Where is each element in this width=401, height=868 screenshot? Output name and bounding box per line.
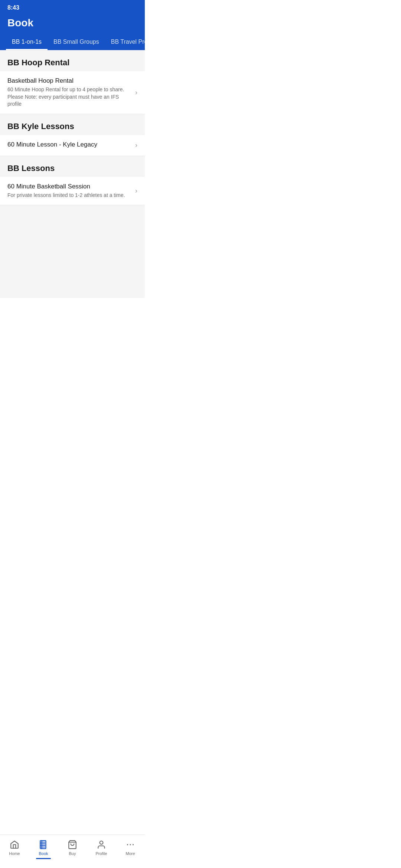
page-title: Book <box>7 17 137 29</box>
list-item-basketball-hoop-rental[interactable]: Basketball Hoop Rental 60 Minute Hoop Re… <box>0 71 145 114</box>
item-title-hoop-rental: Basketball Hoop Rental <box>7 77 132 85</box>
item-subtitle-hoop-rental: 60 Minute Hoop Rental for up to 4 people… <box>7 86 132 108</box>
item-subtitle-basketball-session: For private lessons limited to 1-2 athle… <box>7 192 132 199</box>
page-header: Book <box>0 14 145 35</box>
list-item-content: 60 Minute Basketball Session For private… <box>7 183 132 199</box>
section-items-bb-lessons: 60 Minute Basketball Session For private… <box>0 177 145 206</box>
tab-bb-small-groups[interactable]: BB Small Groups <box>48 35 105 50</box>
chevron-icon: › <box>135 187 137 195</box>
list-item-content: 60 Minute Lesson - Kyle Legacy <box>7 141 132 150</box>
section-hoop-rental: BB Hoop Rental Basketball Hoop Rental 60… <box>0 50 145 114</box>
list-item-content: Basketball Hoop Rental 60 Minute Hoop Re… <box>7 77 132 108</box>
section-title-bb-lessons: BB Lessons <box>7 164 137 173</box>
section-title-hoop-rental: BB Hoop Rental <box>7 58 137 68</box>
status-bar: 8:43 <box>0 0 145 14</box>
section-header-bb-lessons: BB Lessons <box>0 156 145 177</box>
item-title-kyle-legacy: 60 Minute Lesson - Kyle Legacy <box>7 141 132 148</box>
status-time: 8:43 <box>7 4 19 11</box>
section-header-kyle-lessons: BB Kyle Lessons <box>0 114 145 135</box>
section-kyle-lessons: BB Kyle Lessons 60 Minute Lesson - Kyle … <box>0 114 145 156</box>
section-items-kyle-lessons: 60 Minute Lesson - Kyle Legacy › <box>0 135 145 156</box>
list-item-kyle-legacy[interactable]: 60 Minute Lesson - Kyle Legacy › <box>0 135 145 156</box>
top-tab-bar: BB 1-on-1s BB Small Groups BB Travel Pro… <box>0 35 145 50</box>
tab-bb-1on1s[interactable]: BB 1-on-1s <box>6 35 48 50</box>
section-header-hoop-rental: BB Hoop Rental <box>0 50 145 71</box>
section-title-kyle-lessons: BB Kyle Lessons <box>7 122 137 131</box>
chevron-icon: › <box>135 89 137 96</box>
section-items-hoop-rental: Basketball Hoop Rental 60 Minute Hoop Re… <box>0 71 145 114</box>
tab-bb-travel[interactable]: BB Travel Prog... <box>105 35 145 50</box>
item-title-basketball-session: 60 Minute Basketball Session <box>7 183 132 190</box>
list-item-basketball-session[interactable]: 60 Minute Basketball Session For private… <box>0 177 145 206</box>
section-bb-lessons: BB Lessons 60 Minute Basketball Session … <box>0 156 145 206</box>
main-content: BB Hoop Rental Basketball Hoop Rental 60… <box>0 50 145 298</box>
chevron-icon: › <box>135 141 137 149</box>
empty-space <box>0 205 145 298</box>
